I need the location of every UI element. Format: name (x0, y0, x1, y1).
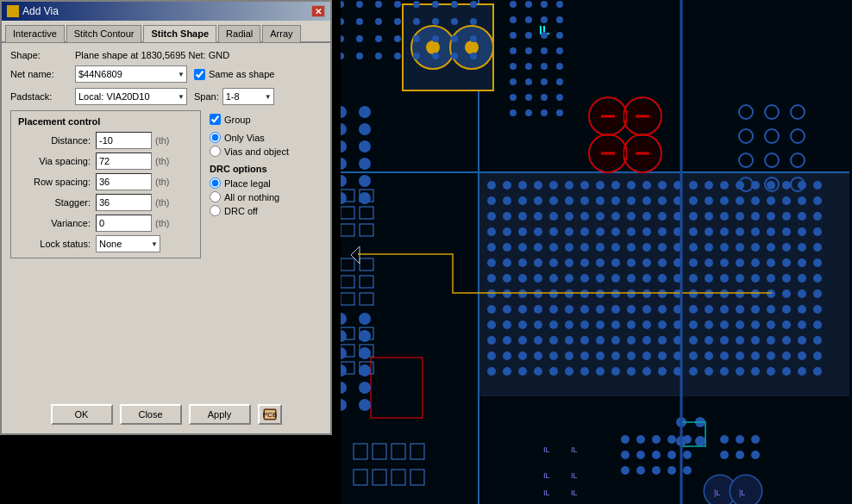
row-spacing-label: Row spacing: (18, 177, 96, 187)
padstack-row: Padstack: Local: VIA20D10 Span: 1-8 (10, 88, 322, 105)
apply-button[interactable]: Apply (189, 404, 251, 425)
distance-input[interactable] (96, 132, 152, 149)
button-row: OK Close Apply PCB (2, 404, 330, 425)
net-name-row: Net name: $44N6809 Same as shape (10, 65, 322, 83)
titlebar-left: Add Via (7, 5, 59, 17)
lock-status-row: Lock status: None (18, 235, 193, 252)
drc-options-group: DRC options Place legal All or nothing D… (210, 164, 322, 216)
row-spacing-input[interactable] (96, 173, 152, 190)
span-select[interactable]: 1-8 (222, 88, 274, 105)
vias-and-object-label[interactable]: Vias and object (210, 146, 322, 157)
placement-control-group: Placement control Distance: (th) Via spa… (10, 110, 201, 258)
tab-stitch-contour[interactable]: Stitch Contour (66, 25, 142, 42)
distance-label: Distance: (18, 135, 96, 146)
tab-interactive[interactable]: Interactive (5, 25, 65, 42)
tab-radial[interactable]: Radial (218, 25, 260, 42)
span-combo-wrapper: 1-8 (222, 88, 274, 105)
variance-row: Variance: (th) (18, 215, 193, 232)
all-or-nothing-radio[interactable] (210, 191, 221, 202)
svg-text:PCB: PCB (263, 411, 277, 419)
drc-off-radio[interactable] (210, 205, 221, 216)
dialog-body: Shape: Plane shape at 1830,5695 Net: GND… (2, 43, 330, 272)
dialog-title: Add Via (22, 5, 59, 17)
via-spacing-row: Via spacing: (th) (18, 152, 193, 170)
help-icon-button[interactable]: PCB (258, 404, 282, 425)
tab-bar: Interactive Stitch Contour Stitch Shape … (2, 21, 330, 43)
placement-title: Placement control (18, 116, 193, 127)
group-label[interactable]: Group (210, 114, 322, 125)
padstack-combo-wrapper: Local: VIA20D10 (75, 88, 187, 105)
place-legal-radio[interactable] (210, 177, 221, 189)
distance-unit: (th) (155, 135, 170, 146)
same-as-shape-checkbox[interactable] (194, 69, 205, 80)
stagger-input[interactable] (96, 194, 152, 211)
distance-row: Distance: (th) (18, 132, 193, 149)
net-name-select[interactable]: $44N6809 (75, 65, 187, 83)
padstack-label: Padstack: (10, 91, 75, 102)
stagger-row: Stagger: (th) (18, 194, 193, 211)
variance-unit: (th) (155, 218, 170, 228)
lock-status-label: Lock status: (18, 239, 96, 249)
span-label: Span: (194, 91, 219, 102)
net-name-label: Net name: (10, 69, 75, 79)
group-checkbox[interactable] (210, 114, 221, 125)
close-button[interactable]: ✕ (311, 5, 325, 17)
same-as-shape-label[interactable]: Same as shape (194, 69, 274, 80)
lock-status-combo-wrapper: None (96, 235, 160, 252)
place-legal-label[interactable]: Place legal (210, 177, 322, 189)
all-or-nothing-label[interactable]: All or nothing (210, 191, 322, 202)
via-spacing-input[interactable] (96, 152, 152, 170)
only-vias-radio[interactable] (210, 132, 221, 143)
shape-value: Plane shape at 1830,5695 Net: GND (75, 50, 229, 60)
shape-row: Shape: Plane shape at 1830,5695 Net: GND (10, 50, 322, 60)
padstack-select[interactable]: Local: VIA20D10 (75, 88, 187, 105)
via-placement-options: Only Vias Vias and object (210, 132, 322, 157)
tab-array[interactable]: Array (262, 25, 300, 42)
stagger-label: Stagger: (18, 197, 96, 208)
only-vias-label[interactable]: Only Vias (210, 132, 322, 143)
stagger-unit: (th) (155, 197, 170, 208)
help-icon: PCB (263, 408, 277, 420)
lock-status-select[interactable]: None (96, 235, 160, 252)
right-options: Group Only Vias Vias and object DRC opti (210, 110, 322, 265)
tab-stitch-shape[interactable]: Stitch Shape (143, 25, 216, 42)
variance-input[interactable] (96, 215, 152, 232)
shape-label: Shape: (10, 50, 75, 60)
drc-off-label[interactable]: DRC off (210, 205, 322, 216)
dialog-icon (7, 5, 19, 17)
variance-label: Variance: (18, 218, 96, 228)
close-button-main[interactable]: Close (120, 404, 182, 425)
ok-button[interactable]: OK (51, 404, 113, 425)
vias-and-object-radio[interactable] (210, 146, 221, 157)
drc-options-title: DRC options (210, 164, 322, 174)
dialog-titlebar: Add Via ✕ (2, 2, 330, 21)
via-spacing-unit: (th) (155, 156, 170, 166)
row-spacing-unit: (th) (155, 177, 170, 187)
row-spacing-row: Row spacing: (th) (18, 173, 193, 190)
net-name-combo-wrapper: $44N6809 (75, 65, 187, 83)
add-via-dialog: Add Via ✕ Interactive Stitch Contour Sti… (0, 0, 332, 435)
via-spacing-label: Via spacing: (18, 156, 96, 166)
